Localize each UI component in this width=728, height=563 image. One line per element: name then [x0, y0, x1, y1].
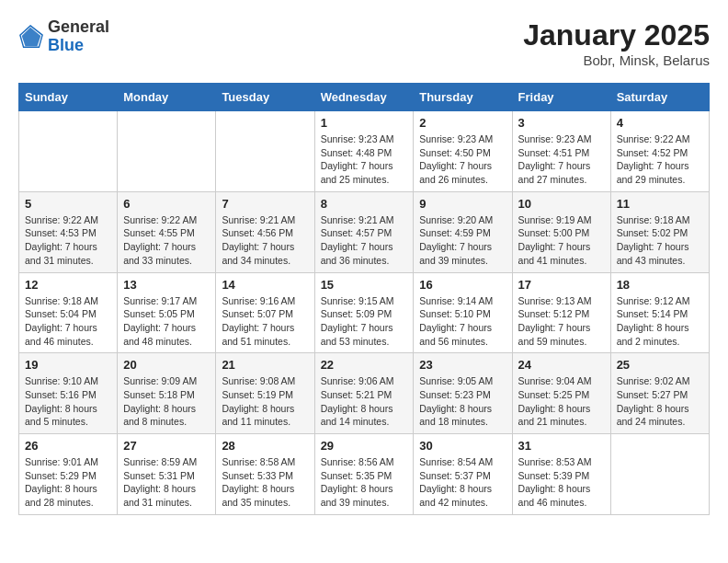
day-number: 7 [222, 197, 308, 211]
day-number: 8 [321, 197, 408, 211]
day-info: Sunrise: 9:20 AM Sunset: 4:59 PM Dayligh… [419, 213, 506, 268]
day-info: Sunrise: 9:22 AM Sunset: 4:53 PM Dayligh… [25, 213, 111, 268]
day-number: 18 [617, 278, 703, 292]
day-info: Sunrise: 9:23 AM Sunset: 4:50 PM Dayligh… [419, 132, 506, 187]
day-number: 23 [419, 358, 506, 372]
week-row-3: 12Sunrise: 9:18 AM Sunset: 5:04 PM Dayli… [19, 272, 710, 353]
day-number: 22 [321, 358, 408, 372]
day-info: Sunrise: 8:58 AM Sunset: 5:33 PM Dayligh… [222, 455, 308, 510]
weekday-header-row: SundayMondayTuesdayWednesdayThursdayFrid… [19, 84, 710, 111]
page-subtitle: Bobr, Minsk, Belarus [523, 52, 710, 68]
day-cell: 15Sunrise: 9:15 AM Sunset: 5:09 PM Dayli… [314, 272, 414, 353]
day-cell: 29Sunrise: 8:56 AM Sunset: 5:35 PM Dayli… [314, 434, 414, 515]
day-number: 20 [123, 358, 210, 372]
day-cell: 2Sunrise: 9:23 AM Sunset: 4:50 PM Daylig… [414, 111, 512, 192]
day-cell: 16Sunrise: 9:14 AM Sunset: 5:10 PM Dayli… [414, 272, 512, 353]
page-title: January 2025 [523, 18, 710, 52]
day-number: 10 [518, 197, 605, 211]
day-info: Sunrise: 9:05 AM Sunset: 5:23 PM Dayligh… [419, 374, 506, 429]
day-cell: 13Sunrise: 9:17 AM Sunset: 5:05 PM Dayli… [118, 272, 216, 353]
page-header: General Blue January 2025 Bobr, Minsk, B… [18, 18, 710, 68]
day-number: 16 [419, 278, 506, 292]
day-number: 15 [321, 278, 408, 292]
day-cell: 17Sunrise: 9:13 AM Sunset: 5:12 PM Dayli… [512, 272, 610, 353]
day-info: Sunrise: 9:15 AM Sunset: 5:09 PM Dayligh… [321, 294, 408, 349]
day-cell: 12Sunrise: 9:18 AM Sunset: 5:04 PM Dayli… [19, 272, 118, 353]
weekday-header-saturday: Saturday [610, 84, 709, 111]
day-info: Sunrise: 8:53 AM Sunset: 5:39 PM Dayligh… [518, 455, 605, 510]
day-number: 28 [222, 439, 308, 453]
day-info: Sunrise: 9:08 AM Sunset: 5:19 PM Dayligh… [222, 374, 308, 429]
day-cell: 24Sunrise: 9:04 AM Sunset: 5:25 PM Dayli… [512, 353, 610, 434]
day-info: Sunrise: 9:21 AM Sunset: 4:57 PM Dayligh… [321, 213, 408, 268]
day-cell: 26Sunrise: 9:01 AM Sunset: 5:29 PM Dayli… [19, 434, 118, 515]
logo: General Blue [18, 18, 109, 55]
day-cell: 31Sunrise: 8:53 AM Sunset: 5:39 PM Dayli… [512, 434, 610, 515]
day-number: 5 [25, 197, 111, 211]
day-cell [118, 111, 216, 192]
day-info: Sunrise: 9:02 AM Sunset: 5:27 PM Dayligh… [617, 374, 703, 429]
day-cell: 8Sunrise: 9:21 AM Sunset: 4:57 PM Daylig… [314, 191, 414, 272]
day-number: 25 [617, 358, 703, 372]
day-cell: 3Sunrise: 9:23 AM Sunset: 4:51 PM Daylig… [512, 111, 610, 192]
day-cell: 28Sunrise: 8:58 AM Sunset: 5:33 PM Dayli… [216, 434, 314, 515]
day-info: Sunrise: 9:04 AM Sunset: 5:25 PM Dayligh… [518, 374, 605, 429]
day-cell: 25Sunrise: 9:02 AM Sunset: 5:27 PM Dayli… [610, 353, 709, 434]
day-cell: 21Sunrise: 9:08 AM Sunset: 5:19 PM Dayli… [216, 353, 314, 434]
day-number: 26 [25, 439, 111, 453]
day-info: Sunrise: 9:13 AM Sunset: 5:12 PM Dayligh… [518, 294, 605, 349]
day-info: Sunrise: 8:59 AM Sunset: 5:31 PM Dayligh… [123, 455, 210, 510]
day-cell: 4Sunrise: 9:22 AM Sunset: 4:52 PM Daylig… [610, 111, 709, 192]
day-info: Sunrise: 9:16 AM Sunset: 5:07 PM Dayligh… [222, 294, 308, 349]
day-info: Sunrise: 9:10 AM Sunset: 5:16 PM Dayligh… [25, 374, 111, 429]
day-cell: 20Sunrise: 9:09 AM Sunset: 5:18 PM Dayli… [118, 353, 216, 434]
day-cell: 30Sunrise: 8:54 AM Sunset: 5:37 PM Dayli… [414, 434, 512, 515]
day-info: Sunrise: 9:12 AM Sunset: 5:14 PM Dayligh… [617, 294, 703, 349]
day-cell [19, 111, 118, 192]
day-info: Sunrise: 9:01 AM Sunset: 5:29 PM Dayligh… [25, 455, 111, 510]
logo-general: General [48, 17, 109, 36]
day-number: 27 [123, 439, 210, 453]
logo-icon [18, 24, 44, 50]
day-info: Sunrise: 9:06 AM Sunset: 5:21 PM Dayligh… [321, 374, 408, 429]
day-cell: 23Sunrise: 9:05 AM Sunset: 5:23 PM Dayli… [414, 353, 512, 434]
calendar-table: SundayMondayTuesdayWednesdayThursdayFrid… [18, 83, 710, 515]
day-cell: 11Sunrise: 9:18 AM Sunset: 5:02 PM Dayli… [610, 191, 709, 272]
day-cell: 9Sunrise: 9:20 AM Sunset: 4:59 PM Daylig… [414, 191, 512, 272]
day-info: Sunrise: 9:23 AM Sunset: 4:51 PM Dayligh… [518, 132, 605, 187]
day-cell [216, 111, 314, 192]
day-info: Sunrise: 8:56 AM Sunset: 5:35 PM Dayligh… [321, 455, 408, 510]
day-info: Sunrise: 9:21 AM Sunset: 4:56 PM Dayligh… [222, 213, 308, 268]
day-cell [610, 434, 709, 515]
day-number: 29 [321, 439, 408, 453]
week-row-2: 5Sunrise: 9:22 AM Sunset: 4:53 PM Daylig… [19, 191, 710, 272]
day-cell: 14Sunrise: 9:16 AM Sunset: 5:07 PM Dayli… [216, 272, 314, 353]
title-block: January 2025 Bobr, Minsk, Belarus [523, 18, 710, 68]
day-info: Sunrise: 9:14 AM Sunset: 5:10 PM Dayligh… [419, 294, 506, 349]
day-number: 4 [617, 116, 703, 130]
day-number: 14 [222, 278, 308, 292]
weekday-header-tuesday: Tuesday [216, 84, 314, 111]
weekday-header-wednesday: Wednesday [314, 84, 414, 111]
weekday-header-monday: Monday [118, 84, 216, 111]
day-number: 6 [123, 197, 210, 211]
day-number: 2 [419, 116, 506, 130]
weekday-header-thursday: Thursday [414, 84, 512, 111]
day-cell: 19Sunrise: 9:10 AM Sunset: 5:16 PM Dayli… [19, 353, 118, 434]
weekday-header-friday: Friday [512, 84, 610, 111]
day-cell: 6Sunrise: 9:22 AM Sunset: 4:55 PM Daylig… [118, 191, 216, 272]
day-number: 12 [25, 278, 111, 292]
day-number: 24 [518, 358, 605, 372]
day-cell: 22Sunrise: 9:06 AM Sunset: 5:21 PM Dayli… [314, 353, 414, 434]
day-cell: 10Sunrise: 9:19 AM Sunset: 5:00 PM Dayli… [512, 191, 610, 272]
day-info: Sunrise: 9:23 AM Sunset: 4:48 PM Dayligh… [321, 132, 408, 187]
day-cell: 7Sunrise: 9:21 AM Sunset: 4:56 PM Daylig… [216, 191, 314, 272]
day-cell: 18Sunrise: 9:12 AM Sunset: 5:14 PM Dayli… [610, 272, 709, 353]
day-cell: 27Sunrise: 8:59 AM Sunset: 5:31 PM Dayli… [118, 434, 216, 515]
day-cell: 1Sunrise: 9:23 AM Sunset: 4:48 PM Daylig… [314, 111, 414, 192]
day-info: Sunrise: 8:54 AM Sunset: 5:37 PM Dayligh… [419, 455, 506, 510]
logo-text: General Blue [48, 18, 109, 55]
week-row-1: 1Sunrise: 9:23 AM Sunset: 4:48 PM Daylig… [19, 111, 710, 192]
day-number: 11 [617, 197, 703, 211]
week-row-5: 26Sunrise: 9:01 AM Sunset: 5:29 PM Dayli… [19, 434, 710, 515]
